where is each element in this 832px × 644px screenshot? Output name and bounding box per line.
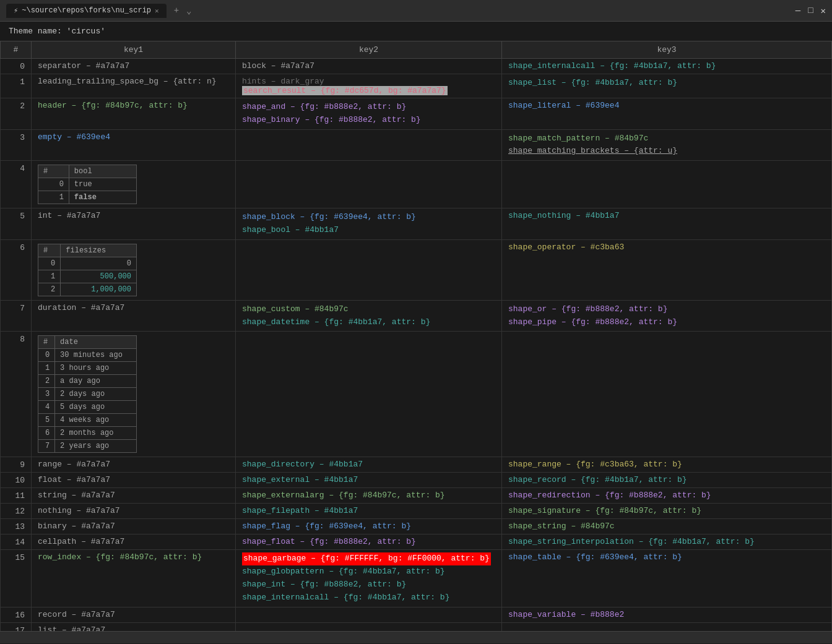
bool-table: #bool 0true 1false (38, 165, 137, 204)
close-button[interactable]: ✕ (821, 6, 826, 16)
cell-8-key3 (502, 332, 832, 457)
table-row: 16 record – #a7a7a7 shape_variable – #b8… (1, 607, 832, 622)
cell-16-key2 (236, 607, 502, 622)
table-row: 13 binary – #a7a7a7 shape_flag – {fg: #6… (1, 519, 832, 535)
cell-1-key3: shape_list – {fg: #4bb1a7, attr: b} (502, 74, 832, 98)
cell-3-key1: empty – #639ee4 (32, 129, 236, 161)
table-row: 11 string – #a7a7a7 shape_externalarg – … (1, 488, 832, 504)
col-header-key2: key2 (236, 41, 502, 59)
cell-2-key1: header – {fg: #84b97c, attr: b} (32, 98, 236, 130)
data-table: # key1 key2 key3 0 separator – #a7a7a7 b… (0, 41, 832, 631)
cell-10-key1: float – #a7a7a7 (32, 473, 236, 488)
filesizes-table: #filesizes 00 1500,000 21,000,000 (38, 244, 137, 296)
cell-15-key1: row_index – {fg: #84b97c, attr: b} (32, 550, 236, 607)
row-num-7: 7 (1, 300, 32, 332)
cell-4-key2 (236, 161, 502, 208)
cell-2-key2: shape_and – {fg: #b888e2, attr: b} shape… (236, 98, 502, 130)
cell-16-key3: shape_variable – #b888e2 (502, 607, 832, 622)
cell-0-key2: block – #a7a7a7 (236, 59, 502, 74)
cell-8-key1: #date 030 minutes ago 13 hours ago 2a da… (32, 332, 236, 457)
table-row: 6 #filesizes 00 1500,000 21,000,000 shap… (1, 239, 832, 300)
cell-11-key1: string – #a7a7a7 (32, 488, 236, 504)
cell-10-key3: shape_record – {fg: #4bb1a7, attr: b} (502, 473, 832, 488)
table-row: 1 leading_trailing_space_bg – {attr: n} … (1, 74, 832, 98)
row-num-1: 1 (1, 74, 32, 98)
main-content[interactable]: # key1 key2 key3 0 separator – #a7a7a7 b… (0, 41, 832, 631)
cell-11-key2: shape_externalarg – {fg: #84b97c, attr: … (236, 488, 502, 504)
cell-12-key1: nothing – #a7a7a7 (32, 504, 236, 519)
cell-13-key2: shape_flag – {fg: #639ee4, attr: b} (236, 519, 502, 535)
cell-12-key3: shape_signature – {fg: #84b97c, attr: b} (502, 504, 832, 519)
row-num-15: 15 (1, 550, 32, 607)
table-row: 3 empty – #639ee4 shape_match_pattern – … (1, 129, 832, 161)
cell-17-key2 (236, 622, 502, 631)
table-row: 17 list – #a7a7a7 (1, 622, 832, 631)
row-num-12: 12 (1, 504, 32, 519)
cell-13-key1: binary – #a7a7a7 (32, 519, 236, 535)
row-num-11: 11 (1, 488, 32, 504)
row-num-6: 6 (1, 239, 32, 300)
row-num-17: 17 (1, 622, 32, 631)
cell-5-key1: int – #a7a7a7 (32, 208, 236, 240)
add-tab-button[interactable]: + (174, 6, 179, 15)
cell-7-key3: shape_or – {fg: #b888e2, attr: b} shape_… (502, 300, 832, 332)
cell-9-key2: shape_directory – #4bb1a7 (236, 457, 502, 473)
cell-3-key2 (236, 129, 502, 161)
minimize-button[interactable]: — (795, 6, 800, 16)
cell-0-key1: separator – #a7a7a7 (32, 59, 236, 74)
cell-13-key3: shape_string – #84b97c (502, 519, 832, 535)
cell-15-key2: shape_garbage – {fg: #FFFFFF, bg: #FF000… (236, 550, 502, 607)
table-row: 2 header – {fg: #84b97c, attr: b} shape_… (1, 98, 832, 130)
row-num-2: 2 (1, 98, 32, 130)
theme-name-line: Theme name: 'circus' (0, 22, 832, 41)
cell-17-key1: list – #a7a7a7 (32, 622, 236, 631)
row-num-0: 0 (1, 59, 32, 74)
titlebar: ⚡ ~\source\repos\forks\nu_scrip ✕ + ⌄ — … (0, 0, 832, 22)
tab-dropdown-button[interactable]: ⌄ (186, 6, 191, 16)
cell-7-key2: shape_custom – #84b97c shape_datetime – … (236, 300, 502, 332)
terminal-icon: ⚡ (14, 6, 18, 15)
row-num-3: 3 (1, 129, 32, 161)
col-header-key1: key1 (32, 41, 236, 59)
cell-2-key3: shape_literal – #639ee4 (502, 98, 832, 130)
cell-14-key2: shape_float – {fg: #b888e2, attr: b} (236, 535, 502, 550)
row-num-5: 5 (1, 208, 32, 240)
cell-1-key1: leading_trailing_space_bg – {attr: n} (32, 74, 236, 98)
table-row: 0 separator – #a7a7a7 block – #a7a7a7 sh… (1, 59, 832, 74)
terminal-tab[interactable]: ⚡ ~\source\repos\forks\nu_scrip ✕ (6, 4, 167, 18)
cell-4-key3 (502, 161, 832, 208)
cell-6-key3: shape_operator – #c3ba63 (502, 239, 832, 300)
table-row: 14 cellpath – #a7a7a7 shape_float – {fg:… (1, 535, 832, 550)
cell-4-key1: #bool 0true 1false (32, 161, 236, 208)
maximize-button[interactable]: □ (808, 6, 813, 16)
cell-8-key2 (236, 332, 502, 457)
bottom-bar (0, 631, 832, 643)
cell-16-key1: record – #a7a7a7 (32, 607, 236, 622)
cell-9-key3: shape_range – {fg: #c3ba63, attr: b} (502, 457, 832, 473)
cell-12-key2: shape_filepath – #4bb1a7 (236, 504, 502, 519)
cell-14-key3: shape_string_interpolation – {fg: #4bb1a… (502, 535, 832, 550)
table-row: 12 nothing – #a7a7a7 shape_filepath – #4… (1, 504, 832, 519)
cell-6-key2 (236, 239, 502, 300)
cell-1-key2: hints – dark_gray search_result – {fg: #… (236, 74, 502, 98)
row-num-9: 9 (1, 457, 32, 473)
cell-14-key1: cellpath – #a7a7a7 (32, 535, 236, 550)
col-header-hash: # (1, 41, 32, 59)
cell-7-key1: duration – #a7a7a7 (32, 300, 236, 332)
table-row: 5 int – #a7a7a7 shape_block – {fg: #639e… (1, 208, 832, 240)
row-num-13: 13 (1, 519, 32, 535)
window-controls: — □ ✕ (795, 6, 826, 16)
row-num-16: 16 (1, 607, 32, 622)
row-num-8: 8 (1, 332, 32, 457)
row-num-4: 4 (1, 161, 32, 208)
date-table: #date 030 minutes ago 13 hours ago 2a da… (38, 335, 137, 453)
table-row: 15 row_index – {fg: #84b97c, attr: b} sh… (1, 550, 832, 607)
table-row: 4 #bool 0true 1false (1, 161, 832, 208)
cell-10-key2: shape_external – #4bb1a7 (236, 473, 502, 488)
table-row: 9 range – #a7a7a7 shape_directory – #4bb… (1, 457, 832, 473)
table-row: 8 #date 030 minutes ago 13 hours ago 2a … (1, 332, 832, 457)
row-num-14: 14 (1, 535, 32, 550)
cell-17-key3 (502, 622, 832, 631)
cell-11-key3: shape_redirection – {fg: #b888e2, attr: … (502, 488, 832, 504)
tab-close-button[interactable]: ✕ (155, 7, 159, 15)
